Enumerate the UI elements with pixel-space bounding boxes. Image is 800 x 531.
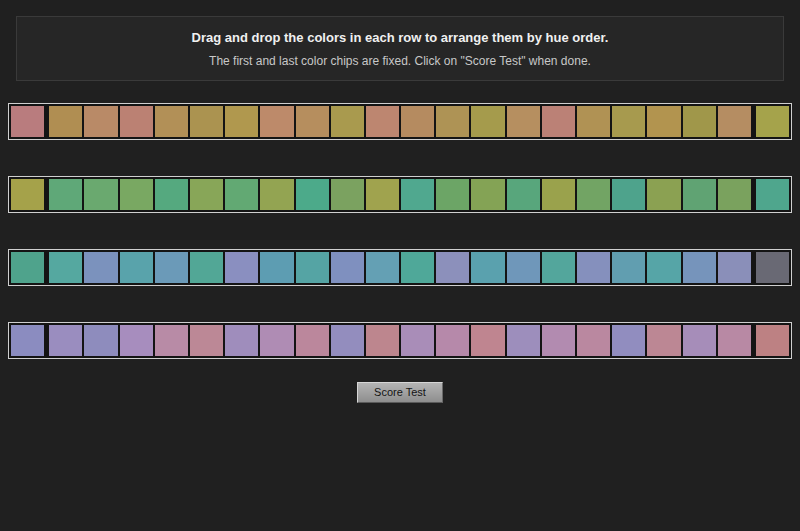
color-chip[interactable]	[225, 252, 258, 283]
color-chip[interactable]	[471, 325, 504, 356]
color-chip[interactable]	[436, 106, 469, 137]
color-chip[interactable]	[49, 325, 82, 356]
instructions-panel: Drag and drop the colors in each row to …	[16, 16, 784, 81]
color-chip[interactable]	[84, 252, 117, 283]
color-chip[interactable]	[366, 179, 399, 210]
color-chip[interactable]	[612, 106, 645, 137]
color-chip[interactable]	[296, 252, 329, 283]
color-chip[interactable]	[683, 252, 716, 283]
hue-row-2	[8, 176, 792, 213]
hue-rows-area	[8, 103, 792, 359]
color-chip[interactable]	[120, 106, 153, 137]
color-chip[interactable]	[366, 252, 399, 283]
color-chip-fixed	[756, 252, 789, 283]
color-chip[interactable]	[718, 325, 751, 356]
color-chip[interactable]	[84, 179, 117, 210]
color-chip[interactable]	[718, 179, 751, 210]
color-chip[interactable]	[683, 106, 716, 137]
color-chip[interactable]	[260, 252, 293, 283]
color-chip[interactable]	[120, 325, 153, 356]
color-chip-fixed	[756, 179, 789, 210]
color-chip[interactable]	[155, 179, 188, 210]
color-chip[interactable]	[577, 325, 610, 356]
color-chip[interactable]	[436, 252, 469, 283]
color-chip[interactable]	[542, 325, 575, 356]
color-chip[interactable]	[542, 106, 575, 137]
color-chip[interactable]	[471, 106, 504, 137]
color-chip[interactable]	[225, 325, 258, 356]
color-chip[interactable]	[120, 252, 153, 283]
color-chip[interactable]	[296, 179, 329, 210]
color-chip[interactable]	[331, 179, 364, 210]
color-chip[interactable]	[296, 106, 329, 137]
color-chip[interactable]	[49, 106, 82, 137]
color-chip[interactable]	[49, 252, 82, 283]
color-chip[interactable]	[190, 179, 223, 210]
color-chip[interactable]	[436, 325, 469, 356]
color-chip[interactable]	[647, 106, 680, 137]
color-chip[interactable]	[507, 179, 540, 210]
hue-row-3	[8, 249, 792, 286]
color-chip[interactable]	[471, 179, 504, 210]
color-chip[interactable]	[647, 325, 680, 356]
color-chip-fixed	[11, 179, 44, 210]
color-chip-fixed	[11, 106, 44, 137]
color-chip-fixed	[756, 106, 789, 137]
color-chip[interactable]	[84, 325, 117, 356]
color-chip[interactable]	[471, 252, 504, 283]
color-chip[interactable]	[190, 252, 223, 283]
color-chip[interactable]	[577, 252, 610, 283]
color-chip[interactable]	[225, 106, 258, 137]
color-chip[interactable]	[507, 106, 540, 137]
color-chip-fixed	[756, 325, 789, 356]
color-chip[interactable]	[507, 252, 540, 283]
color-chip[interactable]	[612, 179, 645, 210]
color-chip[interactable]	[190, 325, 223, 356]
color-chip[interactable]	[331, 106, 364, 137]
instructions-line-1: Drag and drop the colors in each row to …	[27, 30, 773, 45]
color-chip[interactable]	[49, 179, 82, 210]
color-chip[interactable]	[155, 106, 188, 137]
color-chip[interactable]	[260, 106, 293, 137]
color-chip[interactable]	[718, 252, 751, 283]
color-chip[interactable]	[401, 252, 434, 283]
color-chip[interactable]	[542, 252, 575, 283]
hue-row-4	[8, 322, 792, 359]
color-chip[interactable]	[366, 106, 399, 137]
color-chip[interactable]	[718, 106, 751, 137]
color-chip[interactable]	[120, 179, 153, 210]
color-chip[interactable]	[647, 252, 680, 283]
color-chip[interactable]	[647, 179, 680, 210]
color-chip[interactable]	[612, 325, 645, 356]
color-chip[interactable]	[401, 106, 434, 137]
color-chip[interactable]	[366, 325, 399, 356]
color-chip-fixed	[11, 325, 44, 356]
color-chip[interactable]	[401, 179, 434, 210]
instructions-line-2: The first and last color chips are fixed…	[27, 54, 773, 68]
color-chip[interactable]	[577, 179, 610, 210]
color-chip[interactable]	[331, 325, 364, 356]
color-chip[interactable]	[542, 179, 575, 210]
color-chip[interactable]	[260, 179, 293, 210]
color-chip[interactable]	[190, 106, 223, 137]
score-test-button[interactable]: Score Test	[357, 382, 443, 403]
color-chip[interactable]	[612, 252, 645, 283]
color-chip[interactable]	[577, 106, 610, 137]
color-chip[interactable]	[683, 325, 716, 356]
button-area: Score Test	[0, 382, 800, 403]
color-chip-fixed	[11, 252, 44, 283]
color-chip[interactable]	[436, 179, 469, 210]
color-chip[interactable]	[507, 325, 540, 356]
color-chip[interactable]	[225, 179, 258, 210]
color-chip[interactable]	[260, 325, 293, 356]
color-chip[interactable]	[401, 325, 434, 356]
color-chip[interactable]	[683, 179, 716, 210]
hue-row-1	[8, 103, 792, 140]
color-chip[interactable]	[296, 325, 329, 356]
color-chip[interactable]	[155, 252, 188, 283]
color-chip[interactable]	[331, 252, 364, 283]
color-chip[interactable]	[84, 106, 117, 137]
color-chip[interactable]	[155, 325, 188, 356]
